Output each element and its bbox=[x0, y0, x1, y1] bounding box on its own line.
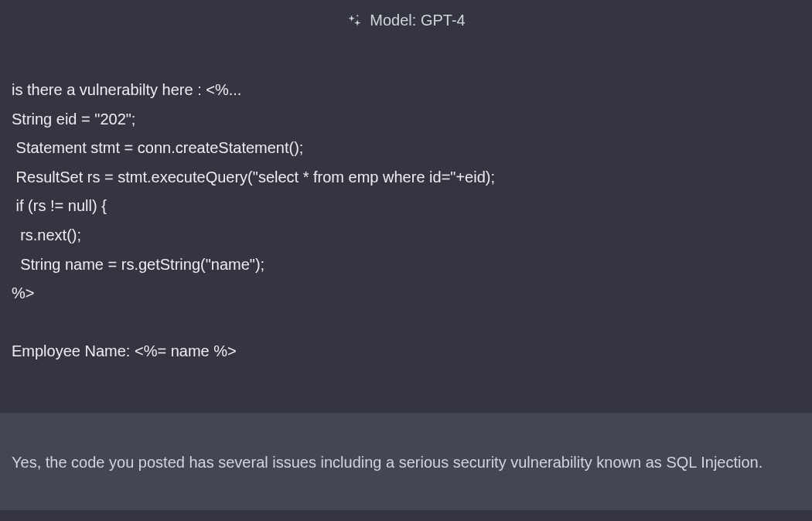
model-label: Model: GPT-4 bbox=[370, 12, 465, 29]
assistant-message: Yes, the code you posted has several iss… bbox=[0, 413, 812, 510]
sparkle-icon bbox=[346, 13, 362, 29]
model-header: Model: GPT-4 bbox=[0, 0, 812, 43]
user-message: is there a vulnerabilty here : <%... Str… bbox=[0, 43, 812, 413]
